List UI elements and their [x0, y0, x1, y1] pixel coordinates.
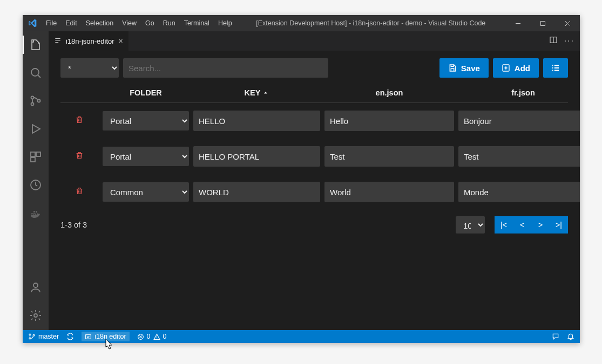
close-window-button[interactable]: [555, 15, 580, 31]
svg-point-1: [31, 68, 39, 76]
table-row: Common: [60, 174, 568, 210]
status-branch[interactable]: master: [28, 333, 59, 340]
tab-close-icon[interactable]: ×: [119, 37, 123, 45]
row-en-input[interactable]: [324, 182, 454, 202]
pager-first-button[interactable]: |<: [495, 216, 513, 233]
svg-point-9: [33, 283, 38, 287]
split-editor-icon[interactable]: [549, 36, 558, 46]
delete-row-icon[interactable]: [60, 187, 98, 197]
svg-rect-6: [36, 152, 40, 156]
save-button[interactable]: Save: [439, 58, 489, 78]
status-bell-icon[interactable]: [567, 333, 574, 340]
window-title: [Extension Development Host] - i18n-json…: [236, 19, 505, 27]
status-problems[interactable]: 0 0: [137, 333, 167, 340]
more-actions-icon[interactable]: ···: [564, 36, 574, 46]
svg-rect-5: [31, 152, 35, 156]
menu-view[interactable]: View: [118, 19, 141, 27]
explorer-icon[interactable]: [23, 36, 49, 54]
run-debug-icon[interactable]: [23, 120, 49, 138]
menu-terminal[interactable]: Terminal: [180, 19, 214, 27]
row-key-input[interactable]: [193, 111, 320, 131]
column-fr: fr.json: [458, 88, 580, 97]
table-row: Portal: [60, 139, 568, 174]
source-control-icon[interactable]: [23, 92, 49, 110]
svg-point-2: [31, 97, 34, 99]
svg-point-10: [34, 314, 37, 317]
editor-area: * Save Add: [49, 51, 580, 330]
column-key[interactable]: KEY: [193, 88, 320, 97]
svg-point-15: [33, 334, 35, 336]
row-key-input[interactable]: [193, 182, 320, 202]
menu-file[interactable]: File: [42, 19, 61, 27]
svg-point-3: [31, 103, 34, 106]
row-folder-select[interactable]: Portal: [103, 147, 189, 166]
page-size-select[interactable]: 10: [456, 216, 485, 233]
tab-i18n-json-editor[interactable]: i18n-json-editor ×: [49, 31, 129, 51]
sort-asc-icon: [262, 90, 269, 96]
row-fr-input[interactable]: [458, 182, 580, 202]
menu-help[interactable]: Help: [214, 19, 236, 27]
menu-run[interactable]: Run: [159, 19, 180, 27]
add-button-label: Add: [515, 64, 530, 73]
pagination-summary: 1-3 of 3: [60, 221, 87, 229]
row-en-input[interactable]: [324, 111, 454, 131]
svg-rect-7: [31, 157, 35, 162]
svg-point-14: [29, 338, 31, 339]
delete-row-icon[interactable]: [60, 151, 98, 162]
minimize-button[interactable]: [505, 15, 530, 31]
table-row: Portal: [60, 103, 568, 139]
docker-icon[interactable]: [23, 204, 49, 222]
row-fr-input[interactable]: [458, 146, 580, 167]
status-i18n-editor[interactable]: i18n editor: [82, 332, 129, 341]
row-en-input[interactable]: [324, 146, 454, 167]
column-en: en.json: [324, 88, 454, 97]
delete-row-icon[interactable]: [60, 115, 98, 126]
pager-prev-button[interactable]: <: [513, 216, 531, 233]
tab-title: i18n-json-editor: [66, 37, 114, 45]
misc-panel-icon[interactable]: [23, 176, 49, 194]
folder-filter-select[interactable]: *: [60, 58, 119, 78]
status-bar: master i18n editor 0 0: [23, 330, 580, 343]
settings-gear-icon[interactable]: [23, 306, 49, 325]
search-icon[interactable]: [23, 64, 49, 82]
svg-rect-0: [540, 21, 545, 25]
search-input[interactable]: [123, 58, 328, 78]
activity-bar: [23, 31, 49, 330]
row-folder-select[interactable]: Common: [103, 182, 189, 202]
row-folder-select[interactable]: Portal: [103, 111, 189, 131]
menu-edit[interactable]: Edit: [61, 19, 82, 27]
maximize-button[interactable]: [530, 15, 555, 31]
menu-go[interactable]: Go: [141, 19, 159, 27]
row-fr-input[interactable]: [458, 111, 580, 131]
tab-icon: [54, 37, 62, 46]
main-menu: File Edit Selection View Go Run Terminal…: [42, 19, 236, 27]
titlebar: File Edit Selection View Go Run Terminal…: [23, 15, 580, 31]
extensions-icon[interactable]: [23, 148, 49, 166]
save-button-label: Save: [461, 64, 480, 73]
menu-selection[interactable]: Selection: [82, 19, 118, 27]
pager-last-button[interactable]: >|: [550, 216, 568, 233]
pager: |< < > >|: [495, 216, 568, 233]
pager-next-button[interactable]: >: [531, 216, 550, 233]
accounts-icon[interactable]: [23, 278, 49, 297]
svg-rect-16: [86, 334, 91, 339]
row-key-input[interactable]: [193, 146, 320, 167]
tab-bar: i18n-json-editor × ···: [49, 31, 580, 51]
status-feedback-icon[interactable]: [552, 333, 559, 340]
svg-point-13: [29, 334, 31, 335]
column-folder: FOLDER: [103, 88, 189, 97]
add-button[interactable]: Add: [493, 58, 539, 78]
view-toggle-button[interactable]: [543, 58, 568, 78]
vscode-logo-icon: [23, 19, 42, 28]
status-sync-icon[interactable]: [66, 333, 74, 340]
